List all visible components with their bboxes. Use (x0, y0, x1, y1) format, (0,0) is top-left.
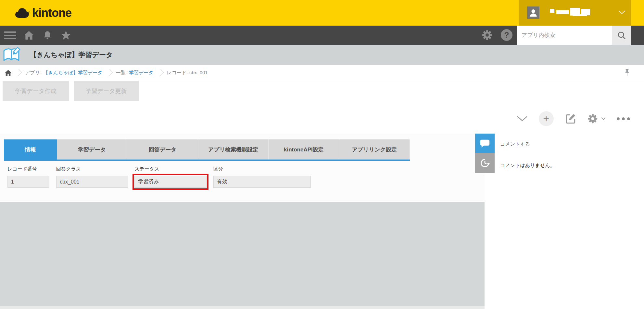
add-record-button[interactable]: + (539, 111, 554, 126)
search-input[interactable] (517, 26, 612, 45)
chevron-down-icon (618, 10, 626, 15)
comments-panel: コメントする コメントはありません。 (485, 134, 644, 309)
update-training-data-button[interactable]: 学習データ更新 (74, 81, 139, 101)
sidebar-tabs (475, 134, 495, 173)
home-icon[interactable] (23, 30, 34, 41)
breadcrumb-app-prefix: アプリ: (25, 70, 41, 76)
chevron-small-icon (601, 117, 606, 120)
search-icon (617, 30, 626, 40)
breadcrumb-app-link[interactable]: 【きんちゃぼ】学習データ (43, 70, 102, 76)
tab-app-search-settings[interactable]: アプリ検索機能設定 (198, 139, 269, 160)
history-icon (479, 158, 490, 169)
field-record-number: レコード番号 1 (7, 166, 49, 188)
record-fields: レコード番号 1 回答クラス cbx_001 ステータス 学習済み 区分 有効 (7, 166, 311, 188)
bell-icon[interactable] (42, 30, 53, 41)
kintone-cloud-icon (15, 7, 30, 19)
field-status: ステータス 学習済み (134, 166, 207, 188)
breadcrumb-separator (106, 69, 113, 76)
breadcrumb: アプリ: 【きんちゃぼ】学習データ 一覧: 学習データ レコード: cbx_00… (0, 65, 644, 81)
gear-icon[interactable] (481, 29, 493, 42)
history-tab[interactable] (475, 153, 495, 173)
tab-training-data[interactable]: 学習データ (57, 139, 127, 160)
global-nav-icons (4, 26, 71, 45)
comments-empty-message: コメントはありません。 (485, 155, 644, 176)
tab-answer-data[interactable]: 回答データ (127, 139, 198, 160)
record-tabs: 情報 学習データ 回答データ アプリ検索機能設定 kintoneAPI設定 アプ… (4, 139, 410, 161)
top-header-bar: kintone (0, 0, 644, 26)
user-avatar (527, 6, 539, 19)
kintone-logo[interactable]: kintone (15, 6, 71, 20)
plus-icon: + (543, 113, 549, 124)
search-button[interactable] (612, 26, 631, 45)
breadcrumb-list-prefix: 一覧: (116, 70, 127, 76)
create-training-data-button[interactable]: 学習データ作成 (3, 81, 69, 101)
tab-kintone-api-settings[interactable]: kintoneAPI設定 (269, 139, 339, 160)
app-book-icon (3, 47, 21, 63)
field-label: レコード番号 (7, 166, 49, 172)
record-toolbar: + (516, 110, 630, 127)
breadcrumb-list-link[interactable]: 学習データ (129, 70, 154, 76)
field-value: 有効 (213, 176, 311, 188)
star-icon[interactable] (60, 30, 71, 41)
app-title-bar: 【きんちゃぼ】学習データ (0, 45, 644, 65)
gear-icon (587, 113, 598, 124)
page-title: 【きんちゃぼ】学習データ (30, 50, 113, 59)
help-icon[interactable]: ? (501, 29, 512, 41)
horizontal-scrollbar[interactable] (0, 306, 485, 309)
field-label: ステータス (134, 166, 207, 172)
breadcrumb-separator (157, 69, 164, 76)
edit-record-button[interactable] (564, 113, 577, 125)
user-avatar-icon (528, 8, 538, 18)
kintone-record-page: kintone (0, 0, 644, 309)
field-value-highlighted: 学習済み (134, 176, 207, 188)
more-options-button[interactable] (617, 117, 630, 120)
pin-icon[interactable] (623, 68, 631, 78)
collapse-chevron-icon[interactable] (516, 115, 528, 122)
field-answer-class: 回答クラス cbx_001 (56, 166, 128, 188)
field-label: 区分 (213, 166, 311, 172)
kintone-logo-text: kintone (32, 6, 71, 20)
breadcrumb-record: レコード: cbx_001 (167, 70, 208, 76)
field-label: 回答クラス (56, 166, 128, 172)
hamburger-icon[interactable] (4, 31, 16, 39)
edit-icon (564, 113, 577, 125)
tab-info[interactable]: 情報 (4, 139, 57, 160)
field-value: 1 (7, 176, 49, 188)
breadcrumb-home-icon[interactable] (5, 69, 12, 77)
add-comment-link[interactable]: コメントする (485, 134, 644, 155)
field-category: 区分 有効 (213, 166, 311, 188)
record-settings-menu[interactable] (587, 113, 606, 124)
user-menu[interactable] (519, 0, 631, 26)
breadcrumb-separator (15, 69, 22, 76)
comment-bubble-icon (479, 138, 490, 149)
comments-tab[interactable] (475, 134, 495, 153)
field-value: cbx_001 (56, 176, 128, 188)
tab-app-link-settings[interactable]: アプリリンク設定 (339, 139, 410, 160)
